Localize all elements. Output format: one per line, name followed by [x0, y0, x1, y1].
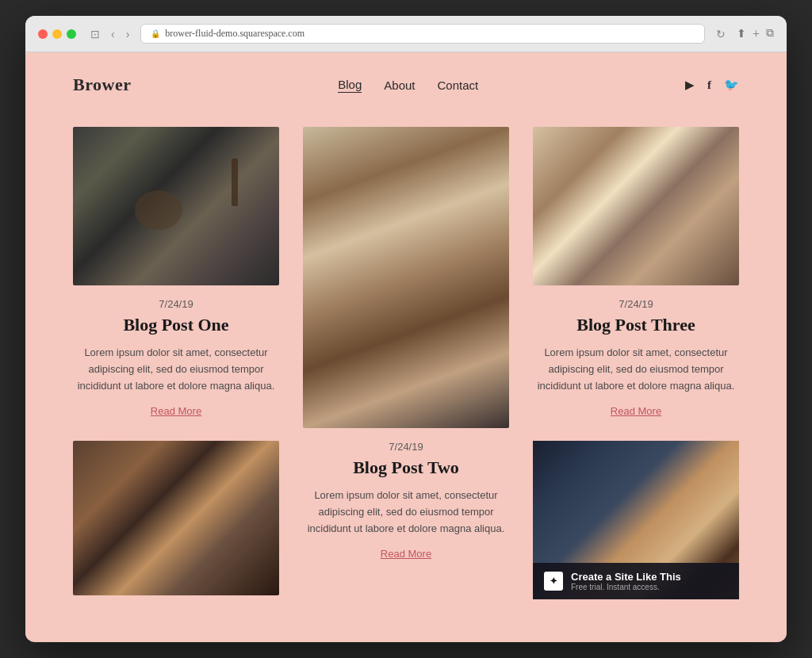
nav-about[interactable]: About — [384, 78, 415, 92]
blog-post-two: 7/24/19 Blog Post Two Lorem ipsum dolor … — [303, 127, 509, 560]
twitter-icon[interactable]: 🐦 — [724, 78, 739, 92]
squarespace-ad: ✦ Create a Site Like This Free trial. In… — [533, 441, 739, 599]
traffic-light-green[interactable] — [67, 29, 76, 39]
post-three-read-more[interactable]: Read More — [611, 405, 661, 417]
traffic-light-red[interactable] — [38, 29, 48, 39]
post-one-read-more[interactable]: Read More — [151, 405, 201, 417]
post-three-title: Blog Post Three — [576, 315, 695, 335]
window-tile-button[interactable]: ⊡ — [87, 26, 103, 42]
post-three-excerpt: Lorem ipsum dolor sit amet, consectetur … — [533, 345, 739, 394]
site-header: Brower Blog About Contact ▶ f 🐦 — [25, 52, 787, 111]
tabs-icon[interactable]: ⧉ — [766, 27, 774, 41]
blog-grid: 7/24/19 Blog Post One Lorem ipsum dolor … — [25, 111, 787, 640]
browser-window: ⊡ ‹ › 🔒 brower-fluid-demo.squarespace.co… — [25, 16, 787, 642]
post-two-read-more[interactable]: Read More — [381, 548, 431, 560]
social-icons: ▶ f 🐦 — [685, 78, 739, 92]
squarespace-banner[interactable]: ✦ Create a Site Like This Free trial. In… — [533, 563, 739, 599]
post-one-excerpt: Lorem ipsum dolor sit amet, consectetur … — [73, 345, 279, 394]
address-bar[interactable]: 🔒 brower-fluid-demo.squarespace.com — [140, 24, 705, 44]
traffic-lights — [38, 29, 76, 39]
squarespace-logo-char: ✦ — [550, 576, 557, 587]
browser-chrome: ⊡ ‹ › 🔒 brower-fluid-demo.squarespace.co… — [25, 16, 787, 52]
squarespace-text: Create a Site Like This Free trial. Inst… — [571, 571, 728, 591]
squarespace-subtitle: Free trial. Instant access. — [571, 583, 728, 591]
facebook-icon[interactable]: f — [707, 78, 711, 92]
url-text: brower-fluid-demo.squarespace.com — [165, 28, 304, 40]
back-button[interactable]: ‹ — [108, 26, 118, 42]
post-one-image — [73, 127, 279, 285]
post-three-date: 7/24/19 — [619, 298, 653, 310]
post-two-excerpt: Lorem ipsum dolor sit amet, consectetur … — [303, 488, 509, 537]
site-logo: Brower — [73, 75, 131, 95]
squarespace-title: Create a Site Like This — [571, 571, 728, 583]
forward-button[interactable]: › — [123, 26, 133, 42]
post-one-date: 7/24/19 — [159, 298, 193, 310]
squarespace-logo: ✦ — [544, 572, 563, 591]
blog-post-one: 7/24/19 Blog Post One Lorem ipsum dolor … — [73, 127, 279, 417]
post-three-image — [533, 127, 739, 285]
blog-post-three: 7/24/19 Blog Post Three Lorem ipsum dolo… — [533, 127, 739, 417]
new-tab-icon[interactable]: + — [753, 27, 760, 41]
traffic-light-yellow[interactable] — [52, 29, 62, 39]
youtube-icon[interactable]: ▶ — [685, 78, 695, 92]
post-two-image — [303, 127, 509, 428]
lock-icon: 🔒 — [151, 29, 160, 38]
post-three-image-placeholder — [533, 127, 739, 285]
post-four-image-placeholder — [73, 441, 279, 595]
refresh-button[interactable]: ↻ — [713, 26, 729, 42]
post-four-image — [73, 441, 279, 595]
nav-blog[interactable]: Blog — [338, 78, 362, 93]
post-two-image-placeholder — [303, 127, 509, 428]
post-two-date: 7/24/19 — [389, 441, 423, 453]
browser-actions: ⬆ + ⧉ — [737, 27, 774, 41]
share-icon[interactable]: ⬆ — [737, 27, 746, 41]
browser-controls: ⊡ ‹ › — [87, 26, 132, 42]
site-content: Brower Blog About Contact ▶ f 🐦 7/24/19 … — [25, 52, 787, 640]
site-nav: Blog About Contact — [338, 78, 478, 93]
post-one-title: Blog Post One — [123, 315, 228, 335]
squarespace-overlay: ✦ Create a Site Like This Free trial. In… — [533, 441, 739, 599]
blog-post-four — [73, 441, 279, 608]
nav-contact[interactable]: Contact — [438, 78, 479, 92]
post-one-image-placeholder — [73, 127, 279, 285]
post-two-title: Blog Post Two — [353, 457, 459, 478]
